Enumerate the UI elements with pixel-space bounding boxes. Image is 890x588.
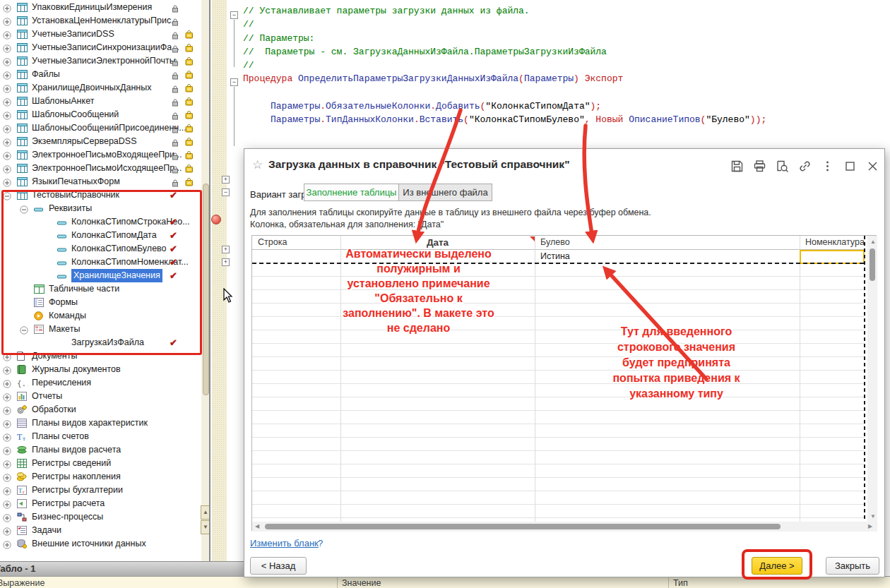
collapse-icon[interactable] (20, 325, 28, 334)
grid-column-header[interactable]: Дата (340, 237, 535, 248)
grid-row[interactable] (252, 290, 865, 304)
expand-icon[interactable] (3, 84, 11, 92)
tree-item-label[interactable]: Файлы (32, 68, 60, 81)
fold-expand-box[interactable]: + (222, 246, 230, 253)
tab-external-file[interactable]: Из внешнего файла (398, 184, 492, 201)
grid-row[interactable] (252, 344, 865, 357)
scroll-up-icon[interactable]: ▲ (870, 237, 876, 247)
expand-icon[interactable] (3, 151, 11, 160)
tree-item[interactable]: ТестовыйСправочник✔ (0, 188, 210, 202)
tree-item-label[interactable]: ХранилищеЗначения (71, 269, 162, 282)
collapse-icon[interactable] (3, 191, 11, 200)
tree-item[interactable]: Регистры накопления (0, 470, 210, 484)
tree-item-label[interactable]: ШаблоныСообщенийПрисоединенн... (32, 121, 186, 135)
expand-icon[interactable] (3, 392, 11, 401)
tree-item-label[interactable]: Внешние источники данных (32, 537, 146, 551)
expand-icon[interactable] (3, 97, 11, 106)
selected-cell[interactable] (800, 250, 865, 264)
grid-row[interactable] (252, 397, 865, 411)
tree-item[interactable]: Задачи (0, 524, 210, 537)
grid-row[interactable] (252, 357, 865, 371)
tree-scroll-down-button[interactable]: ▼ (201, 520, 210, 534)
tree-item[interactable]: УчетныеЗаписиСинхронизацииФа... (0, 41, 210, 54)
grid-row[interactable] (252, 304, 865, 317)
expand-icon[interactable] (3, 124, 11, 133)
fold-expand-box[interactable]: + (222, 258, 230, 266)
tree-item[interactable]: Реквизиты (0, 202, 210, 215)
maximize-icon[interactable] (843, 159, 858, 174)
tree-item-label[interactable]: Бизнес-процессы (32, 510, 103, 524)
grid-row[interactable] (252, 371, 865, 384)
tree-item-label[interactable]: Отчеты (32, 390, 62, 403)
tree-item[interactable]: Внешние источники данных (0, 537, 210, 551)
tree-item[interactable]: УпаковкиЕдиницыИзмерения (0, 1, 210, 14)
grid-row[interactable] (252, 438, 865, 451)
tree-item-label[interactable]: Планы счетов (32, 430, 89, 443)
tree-item[interactable]: КолонкаСТипомБулево✔ (0, 242, 210, 256)
expand-icon[interactable] (3, 527, 11, 535)
change-form-link[interactable]: Изменить бланк (250, 538, 319, 548)
grid-vscroll-thumb[interactable] (870, 248, 875, 281)
tree-item-label[interactable]: ТестовыйСправочник (32, 188, 119, 202)
expand-icon[interactable] (3, 71, 11, 79)
tree-item-label[interactable]: ЗагрузкаИзФайла (71, 336, 144, 349)
fold-expand-box[interactable]: + (222, 176, 230, 184)
expand-icon[interactable] (3, 138, 11, 146)
expand-icon[interactable] (3, 57, 11, 66)
tree-item-label[interactable]: ШаблоныСообщений (32, 108, 119, 121)
tree-item[interactable]: {..}Перечисления (0, 376, 210, 390)
tree-item-label[interactable]: Журналы документов (32, 363, 121, 376)
tree-item[interactable]: Документы (0, 349, 210, 363)
tree-item[interactable]: ЭлектронноеПисьмоИсходящееПр... (0, 162, 210, 175)
next-button[interactable]: Далее > (752, 557, 802, 575)
expand-icon[interactable] (3, 540, 11, 548)
tree-item-label[interactable]: ЭлектронноеПисьмоВходящееПри... (32, 148, 182, 162)
expand-icon[interactable] (3, 446, 11, 455)
tree-item[interactable]: ЭлектронноеПисьмоВходящееПри... (0, 148, 210, 162)
tree-item[interactable]: Планы видов расчета (0, 443, 210, 457)
tree-item-label[interactable]: Планы видов характеристик (32, 416, 148, 430)
tree-item-label[interactable]: КолонкаСТипомДата (71, 229, 157, 242)
grid-row[interactable] (252, 424, 865, 438)
tree-item-label[interactable]: УстановкаЦенНоменклатурыПрис... (32, 14, 179, 28)
tree-item-label[interactable]: Регистры сведений (32, 457, 111, 470)
tree-item-label[interactable]: ШаблоныАнкет (32, 95, 94, 108)
scroll-left-icon[interactable]: ◀ (255, 522, 259, 532)
breakpoint-gutter[interactable] (212, 0, 227, 576)
tree-item[interactable]: ЯзыкиПечатныхФорм (0, 175, 210, 188)
collapse-icon[interactable] (20, 205, 28, 213)
grid-header-row[interactable]: СтрокаДатаБулевоНоменклатура (252, 236, 865, 250)
expand-icon[interactable] (3, 178, 11, 186)
tree-item[interactable]: КолонкаСТипомСтрокаНео...✔ (0, 215, 210, 229)
tree-item[interactable]: ЗагрузкаИзФайла✔ (0, 336, 210, 349)
tree-item[interactable]: Обработки (0, 403, 210, 416)
tree-scrollbar-thumb[interactable] (203, 184, 209, 395)
expand-icon[interactable] (3, 366, 11, 374)
tree-item[interactable]: УчетныеЗаписиЭлектроннойПочты (0, 54, 210, 68)
metadata-tree-panel[interactable]: УпаковкиЕдиницыИзмеренияУстановкаЦенНоме… (0, 0, 210, 561)
tree-item[interactable]: Журналы документов (0, 363, 210, 376)
tree-item[interactable]: ЭкземплярыСервераDSS (0, 135, 210, 148)
expand-icon[interactable] (3, 433, 11, 441)
spreadsheet-grid[interactable]: СтрокаДатаБулевоНоменклатура Истина ▲ ▼ … (251, 235, 877, 531)
tree-item-label[interactable]: Реквизиты (49, 202, 92, 215)
back-button[interactable]: < Назад (250, 557, 307, 575)
expand-icon[interactable] (3, 17, 11, 25)
grid-row[interactable] (252, 384, 865, 397)
tree-item[interactable]: Табличные части (0, 282, 210, 296)
grid-row[interactable] (252, 330, 865, 344)
expand-icon[interactable] (3, 111, 11, 119)
tree-item-label[interactable]: УчетныеЗаписиЭлектроннойПочты (32, 54, 176, 68)
expand-icon[interactable] (3, 44, 11, 52)
more-icon[interactable] (820, 159, 835, 174)
tree-item[interactable]: Планы видов характеристик (0, 416, 210, 430)
tree-item-label[interactable]: ЭлектронноеПисьмоИсходящееПр... (32, 162, 182, 175)
print-icon[interactable] (752, 159, 767, 174)
tab-fill-table[interactable]: Заполнение таблицы (304, 184, 398, 201)
tree-item[interactable]: ТтПланы счетов (0, 430, 210, 443)
grid-row[interactable] (252, 464, 865, 478)
breakpoint-icon[interactable] (211, 215, 221, 224)
tree-item-label[interactable]: ЯзыкиПечатныхФорм (32, 175, 120, 188)
grid-row[interactable] (252, 263, 865, 277)
expand-icon[interactable] (3, 473, 11, 481)
